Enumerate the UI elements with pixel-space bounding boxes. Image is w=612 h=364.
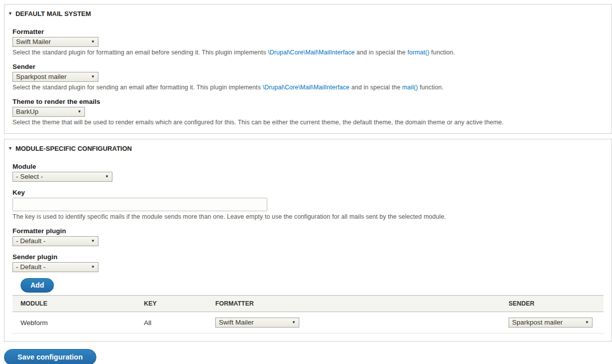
dropdown-arrow-icon: ▼ (77, 109, 81, 114)
sender-desc-text: and in special the (350, 84, 402, 91)
sender-select-value: Sparkpost mailer (16, 73, 66, 80)
formatter-plugin-form-item: Formatter plugin - Default - ▼ (12, 227, 604, 246)
table-row: Webform All Swift Mailer ▼ Sparkpost mai… (12, 312, 604, 334)
row-formatter-select-value: Swift Mailer (219, 319, 254, 326)
fieldset-default-mail-system: ▼ DEFAULT MAIL SYSTEM Formatter Swift Ma… (4, 4, 612, 134)
module-select[interactable]: - Select - ▼ (12, 172, 112, 182)
formatter-select-value: Swift Mailer (16, 38, 51, 45)
save-configuration-button[interactable]: Save configuration (4, 349, 96, 364)
formatter-plugin-select-value: - Default - (16, 237, 45, 245)
row-key-cell: All (136, 312, 207, 334)
table-header-module: MODULE (12, 296, 136, 312)
formatter-plugin-select[interactable]: - Default - ▼ (12, 236, 98, 246)
key-description: The key is used to identify specific mai… (12, 213, 604, 220)
add-button[interactable]: Add (20, 278, 54, 293)
collapse-arrow-icon: ▼ (8, 11, 12, 16)
collapse-arrow-icon: ▼ (8, 146, 12, 151)
sender-plugin-select-value: - Default - (16, 263, 45, 271)
mail-system-config-page: ▼ DEFAULT MAIL SYSTEM Formatter Swift Ma… (0, 4, 612, 364)
formatter-desc-text: function. (430, 49, 455, 56)
sender-plugin-select[interactable]: - Default - ▼ (12, 262, 98, 272)
dropdown-arrow-icon: ▼ (91, 239, 95, 243)
module-configuration-table: MODULE KEY FORMATTER SENDER Webform All … (12, 295, 604, 334)
sender-form-item: Sender Sparkpost mailer ▼ Select the sta… (12, 63, 604, 91)
dropdown-arrow-icon: ▼ (91, 265, 95, 269)
sender-plugin-label: Sender plugin (12, 253, 604, 261)
sender-select[interactable]: Sparkpost mailer ▼ (12, 72, 98, 82)
fieldset-module-specific: ▼ MODULE-SPECIFIC CONFIGURATION Module -… (4, 139, 612, 342)
theme-label: Theme to render the emails (12, 98, 604, 105)
theme-select[interactable]: BarkUp ▼ (12, 107, 85, 117)
dropdown-arrow-icon: ▼ (91, 74, 95, 79)
sender-description: Select the standard plugin for sending a… (12, 84, 604, 91)
table-header-key: KEY (136, 296, 207, 312)
formatter-desc-text: and in special the (355, 49, 407, 56)
mailinterface-link[interactable]: \Drupal\Core\Mail\MailInterface (263, 84, 350, 91)
key-form-item: Key The key is used to identify specific… (12, 189, 604, 220)
sender-desc-text: Select the standard plugin for sending a… (12, 84, 263, 91)
row-formatter-select[interactable]: Swift Mailer ▼ (215, 318, 299, 328)
row-sender-cell: Sparkpost mailer ▼ (501, 312, 604, 334)
dropdown-arrow-icon: ▼ (292, 320, 296, 325)
theme-form-item: Theme to render the emails BarkUp ▼ Sele… (12, 98, 604, 126)
formatter-label: Formatter (12, 28, 604, 35)
module-form-item: Module - Select - ▼ (12, 163, 604, 182)
formatter-plugin-label: Formatter plugin (12, 227, 604, 235)
module-label: Module (12, 163, 604, 170)
formatter-select[interactable]: Swift Mailer ▼ (12, 37, 98, 47)
table-header-formatter: FORMATTER (207, 296, 501, 312)
formatter-description: Select the standard plugin for formattin… (12, 49, 604, 56)
formatter-desc-text: Select the standard plugin for formattin… (12, 49, 268, 56)
key-input[interactable] (12, 198, 267, 211)
form-actions: Save configuration (4, 349, 612, 364)
row-module-cell: Webform (12, 312, 136, 334)
fieldset-default-legend-label: DEFAULT MAIL SYSTEM (15, 10, 91, 17)
sender-plugin-form-item: Sender plugin - Default - ▼ (12, 253, 604, 272)
fieldset-default-legend[interactable]: ▼ DEFAULT MAIL SYSTEM (8, 4, 604, 17)
key-label: Key (12, 189, 604, 196)
table-header-row: MODULE KEY FORMATTER SENDER (12, 296, 604, 312)
mailinterface-link[interactable]: \Drupal\Core\Mail\MailInterface (268, 49, 355, 56)
row-formatter-cell: Swift Mailer ▼ (207, 312, 501, 334)
sender-label: Sender (12, 63, 604, 70)
dropdown-arrow-icon: ▼ (105, 174, 109, 179)
fieldset-module-legend-label: MODULE-SPECIFIC CONFIGURATION (15, 145, 132, 152)
sender-desc-text: function. (418, 84, 444, 91)
mail-function-link[interactable]: mail() (402, 84, 418, 91)
module-select-value: - Select - (16, 173, 43, 180)
fieldset-module-legend[interactable]: ▼ MODULE-SPECIFIC CONFIGURATION (8, 139, 604, 152)
theme-select-value: BarkUp (16, 108, 38, 115)
dropdown-arrow-icon: ▼ (585, 320, 589, 325)
formatter-form-item: Formatter Swift Mailer ▼ Select the stan… (12, 28, 604, 56)
table-header-sender: SENDER (501, 296, 604, 312)
row-sender-select-value: Sparkpost mailer (512, 319, 563, 326)
theme-description: Select the theme that will be used to re… (12, 119, 604, 126)
row-sender-select[interactable]: Sparkpost mailer ▼ (509, 318, 593, 328)
dropdown-arrow-icon: ▼ (91, 39, 95, 44)
format-function-link[interactable]: format() (407, 49, 429, 56)
